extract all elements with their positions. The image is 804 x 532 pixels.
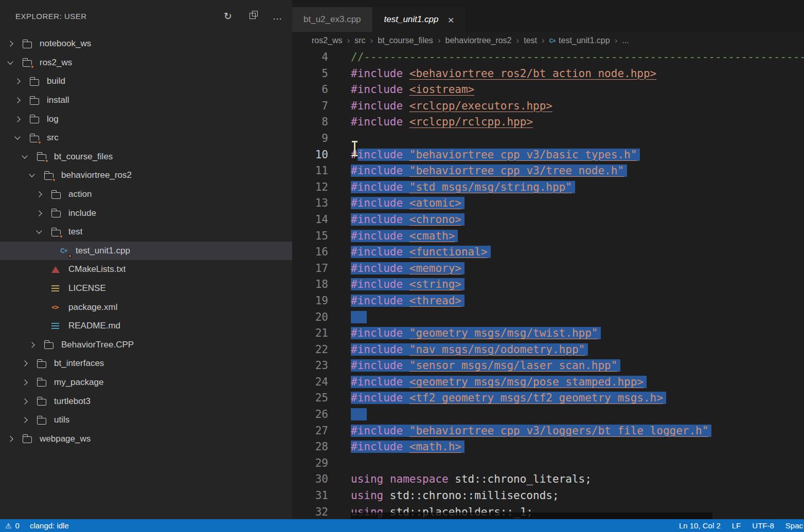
horizontal-scrollbar[interactable]	[351, 512, 712, 519]
tree-item-label: README.md	[68, 321, 120, 331]
explorer-actions: ↻…	[222, 10, 283, 22]
selection-highlight	[351, 311, 364, 323]
tree-item-bt_interfaces[interactable]: bt_interfaces	[0, 354, 292, 373]
more-actions-icon[interactable]: …	[272, 10, 283, 22]
code-line-16: 16#include <functional>	[292, 244, 804, 261]
token: using	[351, 473, 383, 485]
tree-item-build[interactable]: build	[0, 72, 292, 91]
chevron-right-icon[interactable]	[36, 210, 42, 216]
tree-item-test_unit1.cpp[interactable]: test_unit1.cpp	[0, 242, 292, 261]
indent-status[interactable]: Spac	[785, 521, 803, 530]
tab-bt_u2_ex3.cpp[interactable]: bt_u2_ex3.cpp	[292, 7, 373, 32]
code-editor[interactable]: 4//-------------------------------------…	[292, 49, 804, 519]
tree-item-action[interactable]: action	[0, 185, 292, 204]
breadcrumb-separator-icon: ›	[516, 35, 520, 46]
tree-icon-slot	[45, 303, 68, 311]
chevron-right-icon[interactable]	[22, 417, 27, 423]
breadcrumb-item-src[interactable]: src	[354, 36, 365, 45]
breadcrumb-item-ros2_ws[interactable]: ros2_ws	[312, 36, 343, 45]
tree-icon-slot	[31, 359, 54, 368]
eol-status[interactable]: LF	[732, 521, 741, 530]
tree-icon-slot	[52, 246, 76, 255]
folder-icon	[37, 418, 46, 425]
collapse-all-icon[interactable]	[247, 10, 258, 22]
line-content: #include <rclcpp/executors.hpp>	[351, 98, 552, 115]
code-line-8: 8#include <rclcpp/rclcpp.hpp>	[292, 114, 804, 131]
clangd-status[interactable]: clangd: idle	[30, 521, 69, 530]
tree-item-my_package[interactable]: my_package	[0, 373, 292, 392]
code-line-29: 29	[292, 455, 804, 472]
line-content: #include <iostream>	[351, 82, 474, 98]
chevron-down-icon[interactable]	[36, 228, 42, 234]
token: <math.h>	[409, 441, 461, 453]
line-content	[351, 407, 364, 423]
tree-item-utils[interactable]: utils	[0, 411, 292, 430]
chevron-right-icon[interactable]	[22, 361, 27, 366]
line-content: #include "nav_msgs/msg/odometry.hpp"	[351, 342, 585, 358]
tree-item-log[interactable]: log	[0, 109, 292, 129]
chevron-down-icon[interactable]	[7, 59, 13, 64]
tree-icon-slot	[31, 378, 54, 387]
line-number: 23	[292, 358, 328, 374]
chevron-right-icon[interactable]	[36, 191, 42, 197]
token: <atomic>	[409, 197, 461, 209]
modified-dot	[59, 234, 63, 239]
token	[403, 197, 409, 209]
tree-item-README.md[interactable]: README.md	[0, 317, 292, 336]
chevron-right-icon[interactable]	[7, 41, 13, 47]
tree-item-src[interactable]: src	[0, 129, 292, 148]
breadcrumb-label: src	[354, 36, 365, 45]
selection-highlight: #include <string>	[351, 278, 461, 290]
token	[403, 149, 409, 161]
chevron-right-icon[interactable]	[14, 79, 20, 84]
chevron-right-icon[interactable]	[14, 116, 20, 122]
tree-item-include[interactable]: include	[0, 204, 292, 223]
tree-item-webpage_ws[interactable]: webpage_ws	[0, 429, 292, 448]
tree-item-package.xml[interactable]: package.xml	[0, 298, 292, 317]
breadcrumb-item-test[interactable]: test	[524, 36, 537, 45]
tree-item-test[interactable]: test	[0, 223, 292, 242]
tab-test_unit1.cpp[interactable]: test_unit1.cpp×	[373, 7, 466, 32]
chevron-right-icon[interactable]	[22, 398, 27, 404]
tree-item-turtlebot3[interactable]: turtlebot3	[0, 392, 292, 411]
tree-item-bt_course_files[interactable]: bt_course_files	[0, 148, 292, 167]
tree-icon-slot	[31, 152, 54, 161]
token: <string>	[409, 278, 461, 290]
chevron-down-icon[interactable]	[22, 153, 27, 158]
tree-item-LICENSE[interactable]: LICENSE	[0, 279, 292, 298]
line-number: 13	[292, 195, 328, 212]
tree-item-behaviortree_ros2[interactable]: behaviortree_ros2	[0, 166, 292, 185]
token	[403, 295, 409, 307]
tree-item-CMakeLists.txt[interactable]: CMakeLists.txt	[0, 260, 292, 279]
selection-highlight: #include <chrono>	[351, 213, 461, 226]
chevron-right-icon[interactable]	[7, 436, 13, 442]
folder-icon	[30, 117, 39, 123]
explorer-header: EXPLORER: USER ↻…	[0, 0, 292, 32]
chevron-right-icon[interactable]	[29, 342, 34, 347]
tree-item-install[interactable]: install	[0, 91, 292, 110]
selection-highlight	[351, 408, 364, 420]
breadcrumb-item-behaviortree_ros2[interactable]: behaviortree_ros2	[445, 36, 512, 45]
cursor-position-status[interactable]: Ln 10, Col 2	[679, 521, 721, 530]
encoding-status[interactable]: UTF-8	[752, 521, 774, 530]
selection-highlight: #include "nav_msgs/msg/odometry.hpp"	[351, 343, 585, 356]
code-line-18: 18#include <string>	[292, 277, 804, 293]
token: #include	[351, 116, 403, 128]
refresh-icon[interactable]: ↻	[222, 10, 234, 22]
token: <cmath>	[409, 230, 455, 242]
chevron-down-icon[interactable]	[14, 134, 20, 140]
chevron-down-icon[interactable]	[29, 172, 34, 177]
breadcrumb-item-bt_course_files[interactable]: bt_course_files	[378, 36, 433, 45]
tree-icon-slot	[45, 190, 68, 199]
tree-item-notebook_ws[interactable]: notebook_ws	[0, 34, 292, 53]
chevron-right-icon[interactable]	[22, 379, 27, 385]
modified-dot	[52, 178, 56, 182]
tree-item-BehaviorTree.CPP[interactable]: BehaviorTree.CPP	[0, 336, 292, 355]
tree-item-ros2_ws[interactable]: ros2_ws	[0, 53, 292, 72]
license-file-icon	[51, 285, 59, 292]
close-tab-icon[interactable]: ×	[448, 14, 454, 25]
breadcrumb-item-test_unit1.cpp[interactable]: test_unit1.cpp	[549, 36, 610, 45]
problems-status[interactable]: ⚠ 0	[5, 521, 20, 530]
breadcrumb-item-...[interactable]: ...	[622, 36, 629, 45]
chevron-right-icon[interactable]	[14, 97, 20, 103]
